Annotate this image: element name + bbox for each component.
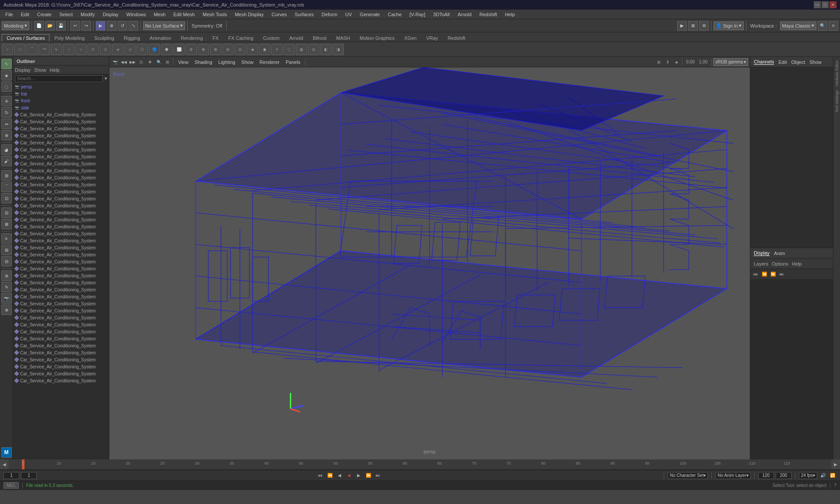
- menu-item-windows[interactable]: Windows: [123, 11, 150, 18]
- menu-item-uv[interactable]: UV: [342, 11, 355, 18]
- outliner-mesh-item[interactable]: Car_Service_Air_Conditioning_System: [13, 118, 109, 125]
- soft-select-button[interactable]: ◕: [1, 144, 12, 155]
- vp-shading-menu[interactable]: Shading: [192, 59, 215, 66]
- menu-item-edit[interactable]: Edit: [18, 11, 33, 18]
- shelf-icon-1[interactable]: ○: [2, 44, 13, 55]
- outliner-mesh-item[interactable]: Car_Service_Air_Conditioning_System: [13, 167, 109, 174]
- outliner-mesh-item[interactable]: Car_Service_Air_Conditioning_System: [13, 286, 109, 293]
- timeline-scroll-right[interactable]: ▶: [831, 459, 840, 469]
- select-mode-button[interactable]: ↖: [1, 59, 12, 69]
- outliner-mesh-item[interactable]: Car_Service_Air_Conditioning_System: [13, 230, 109, 237]
- vp-prev-frame-button[interactable]: ◀◀: [120, 58, 128, 66]
- shelf-tab-sculpting[interactable]: Sculpting: [90, 34, 119, 42]
- vp-wireframe-icon[interactable]: ⊞: [164, 58, 172, 66]
- show-manip-button[interactable]: ⊠: [1, 219, 12, 229]
- vp-pan-icon[interactable]: ✥: [146, 58, 154, 66]
- options-menu[interactable]: Options: [772, 261, 788, 266]
- render-button[interactable]: ▶: [677, 21, 687, 31]
- sign-in-dropdown[interactable]: 👤 Sign In ▾: [714, 21, 743, 30]
- outliner-camera-side[interactable]: 📷side: [13, 104, 109, 111]
- vp-zoom-icon[interactable]: 🔍: [155, 58, 163, 66]
- paint-select-button[interactable]: ◈: [1, 70, 12, 80]
- scale-tool-left[interactable]: ⇔: [1, 119, 12, 129]
- viewport-canvas[interactable]: front .wire { stroke: #2222cc; stroke-wi…: [109, 67, 750, 459]
- vp-show-menu[interactable]: Show: [239, 59, 256, 66]
- go-end-button[interactable]: ⏭: [374, 472, 382, 480]
- lasso-select-button[interactable]: ◌: [1, 81, 12, 92]
- gamma-dropdown[interactable]: sRGB gamma ▾: [713, 58, 748, 66]
- shelf-icon-13[interactable]: 🔵: [149, 44, 160, 55]
- step-back-button[interactable]: ⏪: [326, 472, 334, 480]
- menu-item-surfaces[interactable]: Surfaces: [291, 11, 317, 18]
- shelf-icon-15[interactable]: ⬜: [173, 44, 185, 55]
- outliner-mesh-item[interactable]: Car_Service_Air_Conditioning_System: [13, 307, 109, 314]
- shelf-tab-custom[interactable]: Custom: [258, 34, 284, 42]
- outliner-mesh-item[interactable]: Car_Service_Air_Conditioning_System: [13, 160, 109, 167]
- shelf-icon-22[interactable]: ◉: [259, 44, 270, 55]
- timeline-ticks[interactable]: 5101520253035404550556065707580859095100…: [22, 459, 818, 469]
- playback-current-field[interactable]: 1: [21, 472, 37, 479]
- shelf-icon-21[interactable]: ◈: [247, 44, 258, 55]
- layer-next-button[interactable]: ⏭: [778, 271, 785, 278]
- open-file-button[interactable]: 📂: [45, 21, 55, 31]
- attribute-editor-tab[interactable]: Attribute Editor: [835, 59, 839, 88]
- shelf-tab-rigging[interactable]: Rigging: [119, 34, 145, 42]
- display-layers-button[interactable]: ⊕: [1, 304, 12, 315]
- outliner-mesh-item[interactable]: Car_Service_Air_Conditioning_System: [13, 202, 109, 209]
- menu-item-mesh-display[interactable]: Mesh Display: [231, 11, 267, 18]
- edit-tab[interactable]: Edit: [778, 60, 787, 65]
- menu-item-deform[interactable]: Deform: [318, 11, 341, 18]
- outliner-mesh-item[interactable]: Car_Service_Air_Conditioning_System: [13, 349, 109, 356]
- snap-point-button[interactable]: ⊡: [1, 193, 12, 203]
- object-tab[interactable]: Object: [791, 60, 805, 65]
- outliner-help-menu[interactable]: Help: [50, 67, 60, 73]
- play-forward-button[interactable]: ▶: [355, 472, 363, 480]
- scale-tool-button[interactable]: ⤡: [129, 21, 138, 31]
- outliner-mesh-item[interactable]: Car_Service_Air_Conditioning_System: [13, 132, 109, 139]
- render-region-button[interactable]: ⊟: [1, 207, 12, 218]
- menu-item--v-ray-[interactable]: [V-Ray]: [406, 11, 429, 18]
- shelf-icon-10[interactable]: ⌀: [112, 44, 123, 55]
- shelf-icon-24[interactable]: ◌: [284, 44, 295, 55]
- vp-camera-icon[interactable]: 📷: [111, 58, 119, 66]
- shelf-icon-2[interactable]: □: [14, 44, 25, 55]
- close-button[interactable]: ✕: [830, 1, 836, 8]
- shelf-icon-3[interactable]: ⌒: [26, 44, 38, 55]
- display-tab[interactable]: Display: [754, 250, 770, 256]
- script-mode-indicator[interactable]: MEL: [4, 482, 19, 489]
- shelf-icon-12[interactable]: ⬡: [136, 44, 148, 55]
- vp-frame-all-button[interactable]: ⊡: [137, 58, 145, 66]
- outliner-camera-persp[interactable]: 📷persp: [13, 83, 109, 90]
- rotate-tool-left[interactable]: ↻: [1, 107, 12, 118]
- snap-curve-button[interactable]: ⌒: [1, 182, 12, 192]
- outliner-camera-front[interactable]: 📷front: [13, 97, 109, 104]
- shelf-icon-8[interactable]: ⊂: [88, 44, 99, 55]
- shelf-icon-9[interactable]: ⊃: [100, 44, 111, 55]
- menu-item-cache[interactable]: Cache: [384, 11, 405, 18]
- no-character-set-dropdown[interactable]: No Character Set ▾: [668, 472, 708, 479]
- playback-start-field[interactable]: 1: [4, 472, 19, 479]
- outliner-mesh-item[interactable]: Car_Service_Air_Conditioning_System: [13, 146, 109, 153]
- outliner-mesh-item[interactable]: Car_Service_Air_Conditioning_System: [13, 265, 109, 272]
- play-back-button[interactable]: ◀: [336, 472, 343, 480]
- shelf-tab-xgen[interactable]: XGen: [399, 34, 421, 42]
- outliner-mesh-item[interactable]: Car_Service_Air_Conditioning_System: [13, 328, 109, 335]
- shelf-tab-animation[interactable]: Animation: [145, 34, 176, 42]
- outliner-mesh-item[interactable]: Car_Service_Air_Conditioning_System: [13, 195, 109, 202]
- outliner-mesh-item[interactable]: Car_Service_Air_Conditioning_System: [13, 251, 109, 258]
- shelf-tab-mash[interactable]: MASH: [331, 34, 355, 42]
- menu-item-mesh[interactable]: Mesh: [150, 11, 169, 18]
- outliner-display-menu[interactable]: Display: [15, 67, 31, 73]
- vp-grid-toggle[interactable]: ⊞: [655, 58, 663, 66]
- move-tool-button[interactable]: ⊕: [107, 21, 116, 31]
- select-tool-button[interactable]: ▶: [96, 21, 105, 31]
- move-tool-left[interactable]: ✛: [1, 96, 12, 106]
- audio-button[interactable]: 🔊: [819, 472, 827, 480]
- outliner-mesh-item[interactable]: Car_Service_Air_Conditioning_System: [13, 258, 109, 265]
- shelf-icon-17[interactable]: ⊕: [198, 44, 209, 55]
- outliner-mesh-item[interactable]: Car_Service_Air_Conditioning_System: [13, 216, 109, 223]
- layer-back-button[interactable]: ⏪: [761, 271, 768, 278]
- shelf-tab-redshift[interactable]: Redshift: [443, 34, 470, 42]
- menu-item-mesh-tools[interactable]: Mesh Tools: [199, 11, 230, 18]
- layer-forward-button[interactable]: ⏩: [770, 271, 777, 278]
